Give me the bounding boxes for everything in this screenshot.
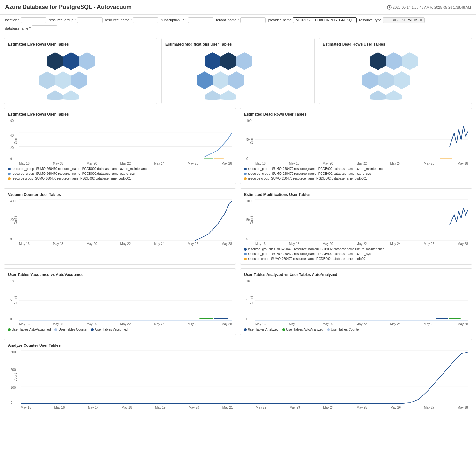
svg-marker-15 (213, 71, 228, 89)
svg-marker-23 (378, 71, 394, 89)
chart-panel-vacuumed: User Tables Vacuumed vs AutoVacuumed Cou… (4, 268, 236, 335)
svg-marker-24 (394, 71, 410, 89)
hex-panel-dead-rows: Estimated Dead Rows User Tables (319, 38, 472, 104)
svg-marker-22 (362, 71, 378, 89)
resource-type-tag[interactable]: FLEXIBLESERVERS × (383, 17, 425, 23)
hex-panel-live-rows: Estimated Live Rows User Tables (4, 38, 157, 104)
hex-panel-modifications: Estimated Modifications User Tables (161, 38, 315, 104)
svg-marker-17 (205, 90, 220, 100)
chart-panel-dead-rows: Estimated Dead Rows User Tables Count 10… (240, 108, 472, 184)
svg-marker-5 (79, 52, 95, 70)
chart6-legend: User Tables Analyzed User Tables AutoAna… (244, 328, 468, 331)
chart-svg-3 (19, 199, 232, 241)
filter-bar: location * resource_group * resource_nam… (0, 15, 476, 34)
resource-type-filter: resource_type FLEXIBLESERVERS × (359, 17, 425, 23)
chart1-legend: resource_group=SUMO-260470 resource_name… (8, 167, 232, 180)
svg-line-2 (389, 7, 390, 8)
clock-icon (387, 5, 392, 10)
svg-marker-16 (228, 71, 244, 89)
page-header: Azure Database for PostgreSQL - Autovacu… (0, 0, 476, 15)
svg-marker-26 (386, 90, 402, 100)
tenant-filter: tenant_name * (216, 17, 266, 23)
hex-chart-1 (36, 49, 125, 100)
svg-marker-6 (39, 71, 55, 89)
resource-group-input[interactable] (77, 17, 103, 23)
chart-panel-live-rows: Estimated Live Rows User Tables Count 60… (4, 108, 236, 184)
chart-panel-analyze-counter: Analyze Counter User Tables Count 300 20… (4, 339, 472, 413)
subscription-filter: subscription_id * (161, 17, 213, 23)
chart-svg-1 (19, 119, 232, 160)
resource-name-filter: resource_name * (105, 17, 159, 23)
chart-svg-2 (255, 119, 468, 160)
chart-panel-analyzed: User Tables Analyzed vs User Tables Auto… (240, 268, 472, 335)
subscription-input[interactable] (188, 17, 213, 23)
location-filter: location * (5, 17, 46, 23)
svg-marker-18 (220, 90, 236, 100)
databasename-filter: databasename * (5, 25, 57, 31)
y-axis-title-2: Count (250, 136, 254, 144)
databasename-input[interactable] (32, 25, 57, 31)
chart-panel-vacuum-counter: Vacuum Counter User Tables Count 400 200… (4, 188, 236, 265)
svg-marker-20 (386, 52, 402, 70)
location-input[interactable] (21, 17, 46, 23)
svg-marker-11 (205, 52, 220, 70)
svg-marker-25 (370, 90, 386, 100)
chart-row-3: User Tables Vacuumed vs AutoVacuumed Cou… (4, 268, 472, 335)
time-range: 2025-05-14 1:38:48 AM to 2025-05-28 1:38… (387, 5, 471, 10)
svg-marker-14 (197, 71, 213, 89)
resource-type-remove[interactable]: × (420, 18, 422, 22)
chart-svg-6 (255, 280, 468, 321)
hex-chart-3 (351, 49, 440, 100)
dashboard: Estimated Live Rows User Tables (0, 34, 476, 417)
provider-filter: provider_name MICROSOFT.DBFORPOSTGRESQL (268, 17, 357, 23)
svg-marker-21 (402, 52, 418, 70)
svg-marker-10 (63, 90, 79, 100)
tenant-input[interactable] (240, 17, 266, 23)
hex-chart-2 (193, 49, 283, 100)
chart-svg-5 (19, 280, 232, 321)
svg-marker-3 (47, 52, 63, 70)
svg-marker-7 (55, 71, 71, 89)
svg-marker-19 (370, 52, 386, 70)
chart-svg-4 (255, 199, 468, 241)
svg-marker-13 (236, 52, 252, 70)
svg-marker-4 (63, 52, 79, 70)
svg-marker-12 (220, 52, 236, 70)
chart-panel-modifications: Estimated Modifications User Tables Coun… (240, 188, 472, 265)
resource-group-filter: resource_group * (49, 17, 102, 23)
chart2-legend: resource_group=SUMO-260470 resource_name… (244, 167, 468, 180)
svg-marker-8 (71, 71, 87, 89)
chart4-legend: resource_group=SUMO-260470 resource_name… (244, 247, 468, 260)
chart-row-2: Vacuum Counter User Tables Count 400 200… (4, 188, 472, 265)
y-axis-title-1: Count (14, 136, 18, 144)
page-title: Azure Database for PostgreSQL - Autovacu… (5, 4, 132, 11)
chart-row-1: Estimated Live Rows User Tables Count 60… (4, 108, 472, 184)
chart-svg-7 (21, 350, 468, 404)
chart5-legend: User Tables AutoVacuumed User Tables Cou… (8, 328, 232, 331)
svg-marker-9 (47, 90, 63, 100)
hex-panels-row: Estimated Live Rows User Tables (4, 38, 472, 104)
resource-name-input[interactable] (133, 17, 158, 23)
